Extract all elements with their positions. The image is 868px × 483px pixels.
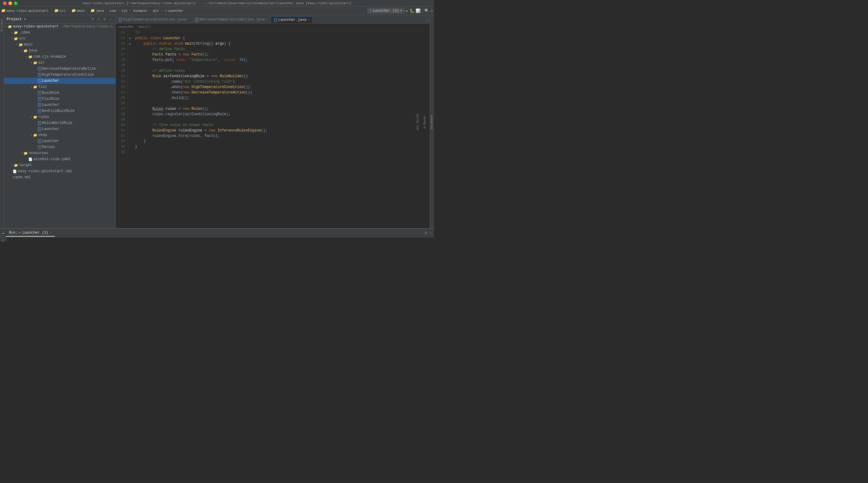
nav-sep-7: ›	[149, 9, 151, 13]
tree-fizzrule[interactable]: C FizzRule	[4, 96, 116, 102]
com-label: com.cjs.example	[33, 55, 66, 59]
tree-target[interactable]: ▸ 📁 target	[4, 162, 116, 168]
sidebar-project-label[interactable]: Project	[0, 16, 4, 34]
tree-launcher-fizz[interactable]: C Launcher	[4, 102, 116, 108]
tab-launcher-icon: C	[274, 18, 277, 22]
code-line-35: 35	[116, 150, 430, 155]
nav-example[interactable]: example	[133, 9, 147, 13]
tab-launcher-close[interactable]: ×	[308, 19, 310, 22]
nav-main[interactable]: 📁 main	[71, 8, 85, 13]
run-config-selector[interactable]: C Launcher (3) ▾	[367, 8, 405, 13]
sidebar-database[interactable]: Database	[430, 114, 434, 130]
tree-high[interactable]: C HighTemperatureCondition	[4, 72, 116, 78]
tree-launcher-air[interactable]: C Launcher	[4, 78, 116, 84]
restart-btn[interactable]: ▶	[1, 239, 6, 241]
tab-decrease-close[interactable]: ×	[266, 18, 268, 22]
sidebar-maven[interactable]: m Maven	[423, 115, 427, 130]
root-label: easy-rules-quickstart ~/Workspace/easy-r…	[13, 24, 116, 29]
minimize-button[interactable]	[8, 1, 12, 5]
run-tab-config-label: Launcher (3)	[22, 231, 48, 235]
run-panel-run-btn[interactable]: ▶	[2, 231, 5, 236]
tab-launcher-label: Launcher.java	[278, 18, 307, 22]
high-class-icon: C	[38, 73, 41, 77]
nav-sep-5: ›	[118, 9, 120, 13]
tree-launcher-rules[interactable]: C Launcher	[4, 126, 116, 132]
nav-sep-2: ›	[67, 9, 70, 13]
tree-air[interactable]: ▾ 📁 air	[4, 60, 116, 66]
code-line-17: 17 Facts facts = new Facts();	[116, 52, 430, 57]
tree-idea[interactable]: ▸ 📁 .idea	[4, 30, 116, 36]
check-icon: ✓	[426, 19, 428, 23]
run-button[interactable]: ▶	[406, 8, 408, 13]
tree-shop[interactable]: ▾ 📁 shop	[4, 132, 116, 138]
tree-iml[interactable]: 📄 easy-rules-quickstart.iml	[4, 168, 116, 174]
code-line-13: 13 */	[116, 30, 430, 36]
nav-com[interactable]: com	[110, 9, 116, 13]
iml-label: easy-rules-quickstart.iml	[18, 169, 72, 173]
java-arrow: ▾	[20, 49, 24, 53]
project-panel-header: Project ▾ ⟳ ≡ ⚙ —	[4, 15, 116, 24]
run-tab-launcher[interactable]: Run: ▶ Launcher (3) ×	[6, 229, 55, 237]
coverage-button[interactable]: 📊	[415, 8, 421, 13]
panel-gear-btn[interactable]: ⚙	[102, 17, 107, 22]
tree-root[interactable]: ▾ 📁 easy-rules-quickstart ~/Workspace/ea…	[4, 24, 116, 30]
close-button[interactable]	[3, 1, 7, 5]
resources-icon: 📁	[24, 151, 28, 155]
tree-decrease[interactable]: C DecreaseTemperatureAction	[4, 66, 116, 72]
panel-collapse-btn[interactable]: ≡	[96, 17, 101, 22]
tree-rules[interactable]: ▾ 📁 rules	[4, 114, 116, 120]
code-editor[interactable]: 13 */ 14 ▶ public class Launcher { 15 ▶ …	[116, 30, 430, 228]
rules-label: rules	[38, 115, 49, 119]
search-button[interactable]: 🔍	[424, 8, 429, 13]
tab-launcher[interactable]: C Launcher.java ×	[271, 16, 313, 23]
nav-cjs[interactable]: cjs	[121, 9, 127, 13]
run-tab-close[interactable]: ×	[50, 231, 52, 235]
nav-project[interactable]: 📁 easy-rules-quickstart	[1, 8, 49, 13]
launcher-rules-label: Launcher	[42, 127, 59, 131]
maximize-button[interactable]	[14, 1, 18, 5]
run-minimize-btn[interactable]: —	[430, 231, 432, 235]
launcher-fizz-label: Launcher	[42, 103, 59, 107]
breadcrumb-launcher[interactable]: Launcher	[118, 25, 134, 29]
nav-launcher[interactable]: C Launcher	[165, 9, 184, 13]
run-gear-btn[interactable]: ⚙	[425, 231, 427, 235]
hello-icon: C	[38, 121, 41, 125]
tree-src[interactable]: ▾ 📁 src	[4, 36, 116, 41]
run-config-icon: C	[370, 9, 372, 13]
tab-decrease[interactable]: C DecreaseTemperatureAction.java ×	[192, 16, 271, 23]
person-label: Person	[42, 145, 55, 149]
panel-sync-btn[interactable]: ⟳	[90, 17, 95, 22]
project-title: Project ▾	[7, 17, 26, 22]
tree-resources[interactable]: ▾ 📁 resources	[4, 150, 116, 156]
tree-java[interactable]: ▾ 📁 java	[4, 48, 116, 54]
tree-fizz[interactable]: ▾ 📁 fizz	[4, 84, 116, 90]
tree-pom[interactable]: m pom.xml	[4, 174, 116, 180]
idea-icon: 📁	[14, 31, 18, 35]
tab-high-temp[interactable]: C HighTemperatureCondition.java ×	[116, 16, 192, 23]
settings-button[interactable]: ⚙	[430, 8, 433, 13]
panel-minimize-btn[interactable]: —	[108, 17, 113, 22]
sidebar-ant[interactable]: Ant Build	[415, 113, 420, 131]
tree-yaml[interactable]: 📄 alcohol-rule.yaml	[4, 156, 116, 162]
hello-label: HelloWorldRule	[42, 121, 72, 125]
code-line-15: 15 ▶ public static void main(String[] ar…	[116, 41, 430, 47]
tree-com-cjs[interactable]: ▾ 📁 com.cjs.example	[4, 54, 116, 60]
editor-area: C HighTemperatureCondition.java × C Decr…	[116, 15, 430, 228]
breadcrumb-main[interactable]: main()	[138, 25, 150, 29]
tree-person[interactable]: C Person	[4, 144, 116, 150]
tree-nonfizz[interactable]: C NonFizzBuzzRule	[4, 108, 116, 114]
tree-buzzrule[interactable]: C BuzzRule	[4, 90, 116, 96]
tree-helloworld[interactable]: C HelloWorldRule	[4, 120, 116, 126]
idea-arrow: ▸	[10, 31, 14, 34]
nav-java[interactable]: 📁 java	[90, 8, 104, 13]
nav-air[interactable]: air	[153, 9, 159, 13]
fizz-icon: 📁	[33, 85, 37, 89]
nav-src[interactable]: 📁 src	[54, 8, 66, 13]
tab-high-close[interactable]: ×	[187, 18, 189, 22]
right-sidebar: Database m Maven Ant Build	[430, 15, 434, 228]
tree-launcher-shop[interactable]: C Launcher	[4, 138, 116, 144]
debug-button[interactable]: 🐛	[410, 8, 414, 13]
person-icon: C	[38, 145, 41, 149]
launcher-fizz-icon: C	[38, 103, 41, 107]
tree-main[interactable]: ▾ 📁 main	[4, 41, 116, 48]
